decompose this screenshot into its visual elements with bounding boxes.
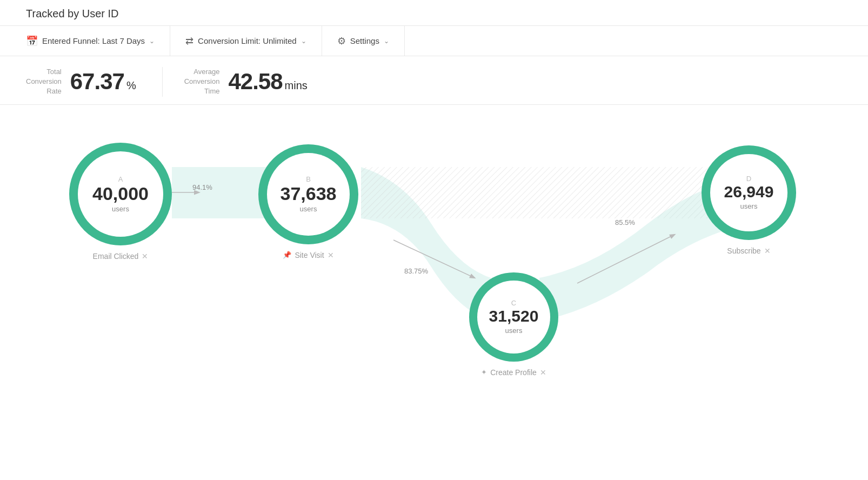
avg-conversion-value: 42.58 — [228, 69, 282, 94]
filter-bar: 📅 Entered Funnel: Last 7 Days ⌄ ⇄ Conver… — [0, 26, 868, 56]
node-c-step-label: Create Profile — [490, 368, 537, 377]
node-c-count: 31,520 — [489, 308, 539, 324]
funnel-area: A 40,000 users Email Clicked ✕ 94.1% — [0, 105, 868, 480]
diamond-icon: ✦ — [481, 368, 487, 376]
settings-label: Settings — [350, 36, 379, 45]
node-d-circle-inner: D 26,949 users — [710, 154, 787, 231]
chevron-down-icon: ⌄ — [149, 37, 155, 45]
node-d-step-label: Subscribe — [727, 246, 760, 255]
node-c-circle-inner: C 31,520 users — [477, 281, 550, 354]
node-c-users: users — [505, 326, 523, 335]
arrow-label-b-c: 83.75% — [404, 267, 428, 275]
node-d-users: users — [740, 202, 758, 210]
avg-conversion-value-container: 42.58mins — [228, 69, 307, 95]
nodes-container: A 40,000 users Email Clicked ✕ 94.1% — [26, 116, 842, 397]
chevron-down-icon-2: ⌄ — [301, 37, 306, 45]
node-c-remove-button[interactable]: ✕ — [540, 368, 546, 377]
node-b-users: users — [300, 205, 317, 213]
node-d-label: Subscribe ✕ — [727, 246, 770, 255]
node-d-remove-button[interactable]: ✕ — [764, 246, 771, 255]
node-b-remove-button[interactable]: ✕ — [328, 251, 334, 259]
node-b-circle-outer: B 37,638 users — [258, 144, 358, 244]
node-b-step-label: Site Visit — [295, 251, 324, 259]
total-conversion-value-container: 67.37% — [70, 69, 136, 95]
avg-conversion-metric: AverageConversionTime 42.58mins — [163, 67, 333, 97]
page-wrapper: Tracked by User ID 📅 Entered Funnel: Las… — [0, 0, 868, 480]
node-b-letter: B — [306, 175, 311, 183]
avg-conversion-unit: mins — [285, 79, 308, 91]
node-a[interactable]: A 40,000 users Email Clicked ✕ — [69, 143, 172, 261]
page-title: Tracked by User ID — [26, 8, 119, 19]
node-a-label: Email Clicked ✕ — [93, 252, 149, 261]
node-a-circle-inner: A 40,000 users — [78, 151, 163, 237]
total-conversion-metric: TotalConversionRate 67.37% — [26, 67, 163, 97]
node-d-letter: D — [746, 175, 751, 183]
conversion-limit-label: Conversion Limit: Unlimited — [198, 36, 297, 45]
entered-funnel-label: Entered Funnel: Last 7 Days — [42, 36, 145, 45]
node-c-circle-outer: C 31,520 users — [469, 272, 558, 362]
node-a-users: users — [112, 205, 129, 213]
calendar-icon: 📅 — [26, 35, 38, 47]
total-conversion-unit: % — [126, 79, 136, 91]
conversion-limit-filter[interactable]: ⇄ Conversion Limit: Unlimited ⌄ — [170, 26, 322, 56]
settings-filter[interactable]: ⚙ Settings ⌄ — [322, 26, 405, 56]
arrow-label-a-b: 94.1% — [192, 183, 212, 191]
node-a-step-label: Email Clicked — [93, 252, 139, 261]
chevron-down-icon-3: ⌄ — [384, 37, 389, 45]
node-b-circle-inner: B 37,638 users — [267, 153, 350, 236]
gear-icon: ⚙ — [337, 35, 346, 47]
metrics-bar: TotalConversionRate 67.37% AverageConver… — [0, 56, 868, 105]
node-b-count: 37,638 — [281, 184, 337, 203]
node-b[interactable]: B 37,638 users 📌 Site Visit ✕ — [258, 144, 358, 259]
avg-conversion-label: AverageConversionTime — [184, 67, 220, 97]
node-a-count: 40,000 — [92, 184, 149, 203]
total-conversion-label: TotalConversionRate — [26, 67, 62, 97]
svg-line-5 — [577, 235, 675, 283]
pin-icon: 📌 — [283, 251, 291, 259]
node-b-label: 📌 Site Visit ✕ — [283, 251, 333, 259]
node-a-letter: A — [118, 175, 123, 183]
node-c-letter: C — [511, 299, 516, 307]
node-a-remove-button[interactable]: ✕ — [142, 252, 148, 261]
node-d[interactable]: D 26,949 users Subscribe ✕ — [702, 145, 796, 255]
top-bar: Tracked by User ID — [0, 0, 868, 26]
node-d-count: 26,949 — [724, 184, 774, 200]
node-d-circle-outer: D 26,949 users — [702, 145, 796, 240]
convert-icon: ⇄ — [185, 35, 193, 47]
node-c[interactable]: C 31,520 users ✦ Create Profile ✕ — [469, 272, 558, 377]
entered-funnel-filter[interactable]: 📅 Entered Funnel: Last 7 Days ⌄ — [26, 26, 170, 56]
total-conversion-value: 67.37 — [70, 69, 124, 94]
node-a-circle-outer: A 40,000 users — [69, 143, 172, 245]
node-c-label: ✦ Create Profile ✕ — [481, 368, 546, 377]
arrow-label-c-d: 85.5% — [615, 218, 635, 226]
